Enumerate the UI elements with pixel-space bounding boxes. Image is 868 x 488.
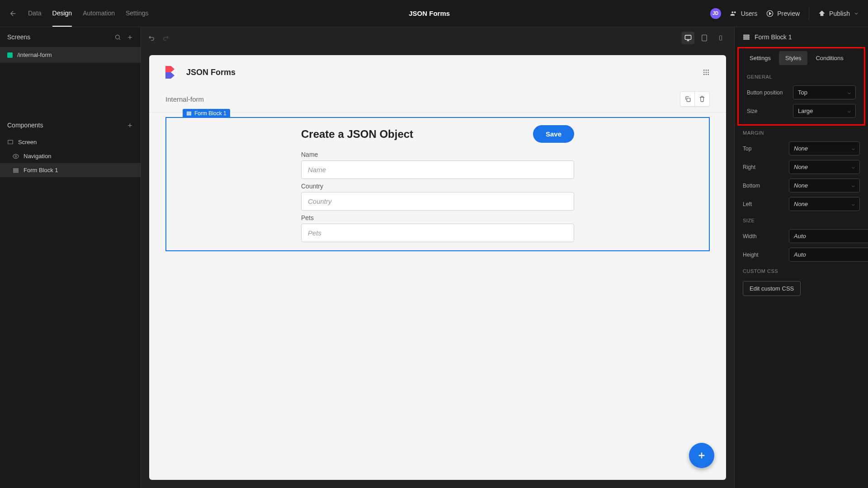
device-mobile-icon[interactable]: [714, 32, 727, 44]
users-button[interactable]: Users: [730, 10, 758, 17]
screens-header: Screens: [0, 27, 141, 47]
height-row: Height: [735, 245, 868, 264]
component-label: Screen: [18, 139, 37, 145]
nav-tab-automation[interactable]: Automation: [83, 0, 115, 27]
svg-point-11: [703, 70, 705, 71]
svg-point-17: [703, 74, 705, 75]
svg-rect-9: [702, 35, 707, 41]
nav-tab-settings[interactable]: Settings: [126, 0, 149, 27]
center: JSON Forms Internal-form Form: [141, 27, 734, 488]
css-section-title: CUSTOM CSS: [735, 264, 868, 277]
device-tablet-icon[interactable]: [698, 32, 711, 44]
pets-input[interactable]: [301, 224, 574, 242]
margin-top-select[interactable]: None⌵: [789, 141, 860, 155]
component-item-screen[interactable]: Screen: [0, 135, 141, 149]
margin-left-label: Left: [743, 201, 783, 207]
save-button[interactable]: Save: [533, 125, 574, 143]
highlighted-section: Settings Styles Conditions GENERAL Butto…: [737, 47, 865, 126]
topbar: Data Design Automation Settings JSON For…: [0, 0, 868, 27]
add-screen-icon[interactable]: [127, 34, 133, 41]
svg-rect-25: [744, 37, 749, 38]
form-icon: [13, 167, 19, 174]
preview-button[interactable]: Preview: [766, 10, 800, 17]
margin-left-row: Left None⌵: [735, 195, 868, 213]
screen-item[interactable]: /internal-form: [0, 47, 141, 63]
button-position-label: Button position: [747, 89, 788, 96]
chevron-down-icon: ⌵: [848, 89, 851, 95]
redo-icon[interactable]: [162, 34, 169, 42]
grip-icon[interactable]: [703, 69, 710, 76]
block-name: Form Block 1: [755, 33, 792, 41]
height-input[interactable]: [789, 248, 868, 262]
height-label: Height: [743, 252, 783, 258]
topbar-right: JD Users Preview Publish: [710, 7, 859, 20]
general-section-title: GENERAL: [739, 70, 864, 83]
svg-point-15: [706, 72, 707, 73]
canvas[interactable]: JSON Forms Internal-form Form: [149, 55, 726, 480]
component-label: Form Block 1: [24, 167, 58, 174]
margin-left-select[interactable]: None⌵: [789, 197, 860, 211]
fab-add-button[interactable]: [689, 443, 714, 468]
right-panel: Form Block 1 Settings Styles Conditions …: [734, 27, 868, 488]
margin-top-label: Top: [743, 145, 783, 152]
width-input[interactable]: [789, 229, 868, 243]
publish-button[interactable]: Publish: [818, 10, 859, 17]
chevron-down-icon: ⌵: [848, 108, 851, 114]
duplicate-icon[interactable]: [680, 92, 695, 106]
avatar[interactable]: JD: [710, 8, 721, 19]
margin-right-value: None: [794, 164, 808, 170]
svg-rect-5: [14, 168, 19, 169]
brand: JSON Forms: [165, 65, 236, 80]
add-component-icon[interactable]: [127, 122, 133, 129]
selected-block-tag: Form Block 1: [183, 109, 230, 118]
button-position-value: Top: [798, 89, 807, 96]
component-item-form-block[interactable]: Form Block 1: [0, 163, 141, 177]
canvas-wrap: JSON Forms Internal-form Form: [141, 49, 734, 488]
button-position-select[interactable]: Top ⌵: [793, 85, 856, 99]
margin-section-title: MARGIN: [735, 126, 868, 139]
margin-bottom-row: Bottom None⌵: [735, 176, 868, 195]
search-icon[interactable]: [114, 34, 121, 41]
country-input[interactable]: [301, 192, 574, 211]
width-row: Width: [735, 227, 868, 245]
back-icon[interactable]: [9, 9, 17, 18]
form-title: Create a JSON Object: [301, 128, 413, 141]
screen-name: /internal-form: [17, 52, 52, 58]
canvas-bar: Internal-form: [149, 86, 726, 113]
screen-actions: [680, 91, 710, 107]
svg-marker-1: [769, 12, 771, 14]
svg-rect-24: [744, 35, 749, 36]
name-input[interactable]: [301, 160, 574, 179]
canvas-toolbar: [141, 27, 734, 49]
main: Screens /internal-form Components Screen…: [0, 27, 868, 488]
nav-tab-data[interactable]: Data: [28, 0, 42, 27]
device-desktop-icon[interactable]: [682, 32, 694, 44]
svg-rect-3: [8, 140, 13, 144]
rp-tab-settings[interactable]: Settings: [743, 51, 777, 65]
size-section-title: SIZE: [735, 213, 868, 227]
nav-tab-design[interactable]: Design: [52, 0, 72, 27]
svg-rect-20: [687, 98, 690, 102]
rp-tab-conditions[interactable]: Conditions: [809, 51, 849, 65]
svg-rect-6: [14, 170, 19, 171]
size-select[interactable]: Large ⌵: [793, 104, 856, 118]
delete-icon[interactable]: [695, 92, 709, 106]
undo-icon[interactable]: [148, 34, 156, 42]
margin-bottom-select[interactable]: None⌵: [789, 178, 860, 192]
edit-css-button[interactable]: Edit custom CSS: [743, 281, 801, 296]
margin-right-row: Right None⌵: [735, 158, 868, 176]
svg-point-12: [706, 70, 707, 71]
size-select-row: Size Large ⌵: [739, 102, 864, 124]
components-title: Components: [7, 122, 43, 129]
component-item-navigation[interactable]: Navigation: [0, 149, 141, 163]
size-select-value: Large: [798, 108, 813, 114]
form-top: Create a JSON Object Save: [301, 125, 574, 143]
margin-right-select[interactable]: None⌵: [789, 160, 860, 174]
form-block[interactable]: Form Block 1 Create a JSON Object Save N…: [165, 117, 710, 251]
chevron-down-icon: ⌵: [852, 201, 855, 207]
chevron-down-icon: [854, 11, 859, 16]
selected-tag-label: Form Block 1: [194, 110, 226, 117]
field-label-pets: Pets: [301, 214, 574, 221]
margin-bottom-label: Bottom: [743, 183, 783, 189]
rp-tab-styles[interactable]: Styles: [779, 51, 807, 65]
